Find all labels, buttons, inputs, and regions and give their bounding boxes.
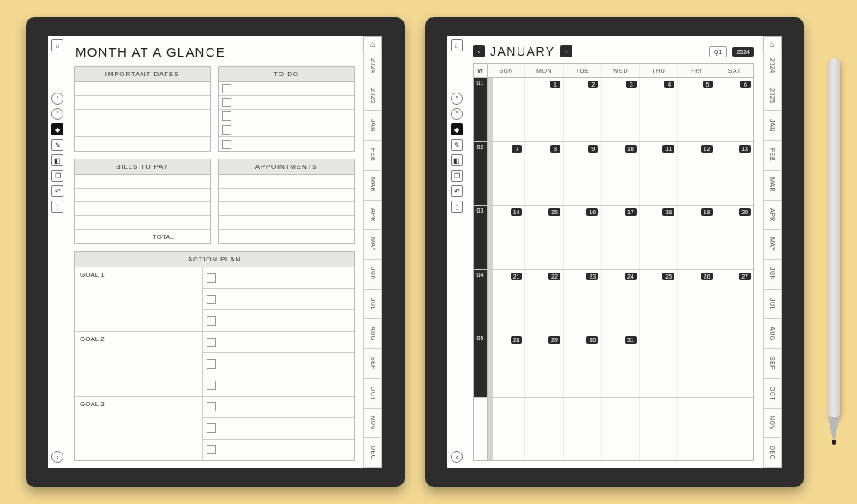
day-cell[interactable]: 23 <box>564 270 602 333</box>
quarter-pill[interactable]: Q1 <box>709 46 727 57</box>
day-cell[interactable]: 13 <box>716 142 753 206</box>
next-month-button[interactable]: › <box>560 45 572 57</box>
prev-month-button[interactable]: ‹ <box>473 45 485 57</box>
action-checkbox[interactable] <box>203 310 354 332</box>
day-cell[interactable]: 15 <box>525 206 563 269</box>
day-cell[interactable]: 27 <box>716 270 753 333</box>
sidetab-aug[interactable]: AUG <box>763 319 782 349</box>
day-cell[interactable]: 20 <box>716 206 753 269</box>
day-cell[interactable] <box>488 78 525 141</box>
sidetab-2024[interactable]: 2024 <box>763 51 782 81</box>
scroll-down-icon[interactable]: ˅ <box>51 108 63 120</box>
weekno-cell[interactable] <box>474 398 488 461</box>
sidetab-2025[interactable]: 2025 <box>763 81 782 111</box>
sidetab-sep[interactable]: SEP <box>363 349 382 379</box>
home-icon[interactable]: ⌂ <box>451 39 463 51</box>
day-cell[interactable]: 22 <box>525 270 563 333</box>
sidetab-oct[interactable]: OCT <box>363 379 382 409</box>
goal-1-label[interactable]: GOAL 1: <box>75 267 203 332</box>
weekno-cell[interactable]: 05 <box>474 333 488 397</box>
action-checkbox[interactable] <box>203 353 354 375</box>
todo-checkbox[interactable] <box>219 82 354 96</box>
todo-checkbox[interactable] <box>219 96 354 110</box>
tool-pen-icon[interactable]: ✎ <box>451 139 463 151</box>
tool-erase-icon[interactable]: ◧ <box>51 154 63 166</box>
sidetab-home-icon[interactable]: ⌂ <box>763 36 782 51</box>
sidetab-may[interactable]: MAY <box>763 230 782 260</box>
sidetab-nov[interactable]: NOV <box>363 409 382 439</box>
goal-2-label[interactable]: GOAL 2: <box>75 332 203 396</box>
day-cell[interactable]: 7 <box>488 142 525 206</box>
day-cell[interactable]: 30 <box>564 333 602 397</box>
goal-3-label[interactable]: GOAL 3: <box>75 397 203 460</box>
tool-highlight-icon[interactable]: ◆ <box>451 123 463 135</box>
sidetab-jan[interactable]: JAN <box>363 111 382 141</box>
scroll-up-icon[interactable]: ˄ <box>51 93 63 105</box>
day-cell[interactable]: 29 <box>525 333 563 397</box>
sidetab-sep[interactable]: SEP <box>763 349 782 379</box>
day-cell[interactable]: 24 <box>602 270 639 333</box>
sidetab-mar[interactable]: MAR <box>363 171 382 201</box>
tool-pen-icon[interactable]: ✎ <box>51 139 63 151</box>
action-checkbox[interactable] <box>203 418 354 440</box>
page-prev-icon[interactable]: ‹ <box>51 451 63 463</box>
day-cell[interactable] <box>525 398 563 461</box>
sidetab-mar[interactable]: MAR <box>763 171 782 201</box>
day-cell[interactable]: 14 <box>488 206 525 269</box>
scroll-down-icon[interactable]: ˅ <box>451 108 463 120</box>
day-cell[interactable]: 26 <box>678 270 716 333</box>
day-cell[interactable] <box>488 398 525 461</box>
day-cell[interactable]: 2 <box>564 78 602 141</box>
day-cell[interactable]: 4 <box>640 78 678 141</box>
sidetab-jan[interactable]: JAN <box>763 111 782 141</box>
day-cell[interactable] <box>678 398 716 461</box>
tool-note-icon[interactable]: ❐ <box>51 170 63 182</box>
day-cell[interactable]: 3 <box>602 78 639 141</box>
day-cell[interactable]: 31 <box>602 333 639 397</box>
sidetab-jul[interactable]: JUL <box>763 290 782 320</box>
day-cell[interactable] <box>564 398 602 461</box>
weekno-cell[interactable]: 04 <box>474 270 488 333</box>
tool-erase-icon[interactable]: ◧ <box>451 154 463 166</box>
weekno-cell[interactable]: 03 <box>474 206 488 269</box>
sidetab-home-icon[interactable]: ⌂ <box>363 36 382 51</box>
sidetab-apr[interactable]: APR <box>763 201 782 231</box>
sidetab-apr[interactable]: APR <box>363 201 382 231</box>
day-cell[interactable]: 1 <box>525 78 563 141</box>
day-cell[interactable]: 16 <box>564 206 602 269</box>
sidetab-dec[interactable]: DEC <box>363 438 382 468</box>
action-checkbox[interactable] <box>203 397 354 418</box>
day-cell[interactable] <box>640 398 678 461</box>
sidetab-nov[interactable]: NOV <box>763 409 782 439</box>
scroll-up-icon[interactable]: ˄ <box>451 93 463 105</box>
sidetab-may[interactable]: MAY <box>363 230 382 260</box>
day-cell[interactable]: 25 <box>640 270 678 333</box>
page-prev-icon[interactable]: ‹ <box>451 451 463 463</box>
day-cell[interactable]: 6 <box>716 78 753 141</box>
day-cell[interactable]: 11 <box>640 142 678 206</box>
action-checkbox[interactable] <box>203 375 354 397</box>
todo-checkbox[interactable] <box>219 137 354 151</box>
todo-checkbox[interactable] <box>219 123 354 137</box>
day-cell[interactable]: 12 <box>678 142 716 206</box>
day-cell[interactable]: 28 <box>488 333 525 397</box>
sidetab-2025[interactable]: 2025 <box>363 81 382 111</box>
tool-undo-icon[interactable]: ↶ <box>451 185 463 197</box>
day-cell[interactable]: 8 <box>525 142 563 206</box>
tool-highlight-icon[interactable]: ◆ <box>51 123 63 135</box>
day-cell[interactable] <box>602 398 639 461</box>
day-cell[interactable]: 17 <box>602 206 639 269</box>
day-cell[interactable]: 19 <box>678 206 716 269</box>
day-cell[interactable] <box>716 398 753 461</box>
action-checkbox[interactable] <box>203 440 354 460</box>
day-cell[interactable] <box>716 333 753 397</box>
day-cell[interactable]: 9 <box>564 142 602 206</box>
day-cell[interactable] <box>640 333 678 397</box>
year-pill[interactable]: 2024 <box>732 47 754 57</box>
sidetab-dec[interactable]: DEC <box>763 438 782 468</box>
sidetab-jun[interactable]: JUN <box>763 260 782 290</box>
day-cell[interactable]: 21 <box>488 270 525 333</box>
day-cell[interactable] <box>678 333 716 397</box>
action-checkbox[interactable] <box>203 267 354 289</box>
weekno-cell[interactable]: 02 <box>474 142 488 206</box>
